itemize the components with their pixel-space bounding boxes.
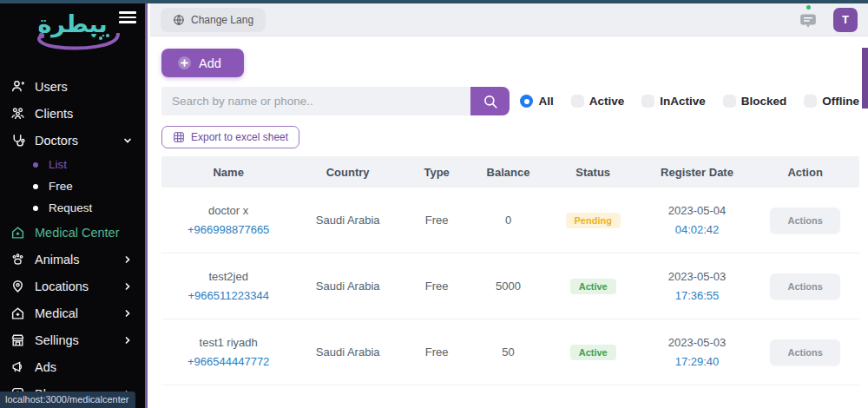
sidebar-item-label: Locations	[35, 280, 89, 293]
filter-offline[interactable]: Offline	[804, 95, 859, 108]
status-cell: Pending	[543, 213, 643, 228]
sidebar-subitem-label: List	[49, 158, 67, 171]
bullet-icon	[33, 162, 38, 168]
sidebar-item-ads[interactable]: Ads	[0, 353, 145, 380]
users-icon	[10, 79, 25, 94]
change-lang-label: Change Lang	[191, 14, 253, 26]
medical-icon	[10, 306, 25, 320]
sidebar: بيطرة Users Clients Doctors	[0, 0, 148, 408]
radio-unchecked-icon	[804, 95, 817, 108]
status-cell: Active	[543, 345, 643, 360]
bullet-icon	[33, 206, 38, 211]
status-filters: All Active InActive Blocked Offline	[520, 95, 859, 108]
filter-all[interactable]: All	[520, 95, 553, 108]
doctor-name: test1 riyadh	[161, 333, 295, 352]
bullet-icon	[33, 184, 38, 189]
sidebar-item-label: Ads	[35, 360, 56, 374]
doctor-name-cell: doctor x +966998877665	[161, 201, 295, 240]
table-row: test1 riyadh +966544447772 Saudi Arabia …	[161, 319, 859, 385]
online-dot	[806, 5, 811, 10]
header-right: T	[799, 8, 858, 32]
sidebar-item-locations[interactable]: Locations	[0, 273, 145, 299]
sidebar-item-label: Clients	[35, 107, 73, 121]
sidebar-subitem-request[interactable]: Request	[0, 197, 145, 219]
animals-icon	[10, 252, 25, 267]
app-logo: بيطرة	[0, 7, 145, 61]
search-button[interactable]	[470, 87, 510, 115]
type-cell: Free	[400, 214, 473, 227]
status-badge: Active	[570, 345, 616, 360]
change-lang-button[interactable]: Change Lang	[161, 8, 266, 32]
filter-label: Offline	[822, 95, 859, 108]
sidebar-subitem-label: Free	[49, 180, 73, 193]
add-button[interactable]: Add	[161, 49, 244, 77]
locations-icon	[10, 279, 25, 293]
doctor-phone[interactable]: +966511223344	[161, 286, 295, 306]
sidebar-item-users[interactable]: Users	[0, 73, 145, 100]
register-date: 2023-05-03	[643, 267, 752, 286]
medical-center-icon	[10, 225, 25, 240]
filter-inactive[interactable]: InActive	[641, 95, 706, 108]
country-cell: Saudi Arabia	[295, 345, 400, 359]
filter-blocked[interactable]: Blocked	[723, 95, 787, 108]
register-time: 17:36:55	[643, 286, 752, 306]
plus-circle-icon	[177, 56, 192, 70]
actions-button[interactable]: Actions	[770, 339, 839, 365]
scrollbar-thumb[interactable]	[862, 48, 868, 109]
action-cell: Actions	[751, 339, 859, 365]
doctor-phone[interactable]: +966998877665	[161, 220, 295, 240]
sidebar-subitem-list[interactable]: List	[0, 154, 145, 175]
sidebar-item-medical-center[interactable]: Medical Center	[0, 219, 145, 246]
window-top-edge	[0, 0, 868, 3]
radio-checked-icon	[520, 95, 533, 108]
radio-unchecked-icon	[641, 95, 654, 108]
sidebar-subitem-free[interactable]: Free	[0, 175, 145, 197]
sidebar-item-label: Medical	[35, 306, 78, 320]
top-header-bar: Change Lang T	[150, 3, 868, 36]
stethoscope-swirl-icon	[21, 33, 125, 56]
sidebar-item-label: Sellings	[35, 333, 79, 347]
doctor-name-cell: test2jed +966511223344	[161, 267, 295, 306]
balance-cell: 50	[473, 345, 542, 359]
search-input[interactable]	[161, 87, 470, 115]
doctor-phone[interactable]: +966544447772	[161, 352, 295, 372]
sidebar-item-label: Doctors	[35, 134, 78, 148]
chevron-right-icon	[122, 281, 133, 292]
search-row: All Active InActive Blocked Offline	[161, 87, 859, 115]
doctors-icon	[10, 133, 25, 148]
actions-button[interactable]: Actions	[770, 207, 839, 234]
sidebar-item-clients[interactable]: Clients	[0, 100, 145, 127]
filter-label: Blocked	[741, 95, 787, 108]
col-header-country: Country	[295, 166, 400, 179]
type-cell: Free	[400, 280, 473, 293]
sidebar-item-medical[interactable]: Medical	[0, 299, 145, 326]
sidebar-item-label: Users	[35, 80, 68, 94]
status-badge: Active	[570, 279, 616, 294]
doctor-name: doctor x	[161, 201, 295, 220]
main-area: Change Lang T Add All	[150, 3, 868, 408]
table-row: doctor x +966998877665 Saudi Arabia Free…	[161, 188, 859, 253]
sidebar-item-sellings[interactable]: Sellings	[0, 326, 145, 353]
filter-active[interactable]: Active	[571, 95, 625, 108]
clients-icon	[10, 106, 25, 121]
doctor-name: test2jed	[161, 267, 295, 286]
balance-cell: 0	[473, 214, 542, 227]
content: Add All Active InActive	[150, 36, 868, 408]
radio-unchecked-icon	[723, 95, 736, 108]
sidebar-item-label: Medical Center	[35, 226, 120, 240]
register-date-cell: 2023-05-03 17:29:40	[643, 333, 752, 372]
sidebar-item-doctors[interactable]: Doctors	[0, 127, 145, 154]
col-header-register-date: Register Date	[643, 166, 752, 179]
register-date: 2023-05-03	[643, 333, 752, 352]
col-header-name: Name	[161, 166, 295, 179]
ads-icon	[10, 359, 25, 374]
avatar[interactable]: T	[833, 8, 858, 32]
actions-button[interactable]: Actions	[770, 273, 839, 299]
export-excel-button[interactable]: Export to excel sheet	[161, 126, 299, 148]
chat-icon[interactable]	[799, 10, 818, 30]
sidebar-item-animals[interactable]: Animals	[0, 246, 145, 273]
country-cell: Saudi Arabia	[295, 280, 400, 293]
chevron-right-icon	[122, 308, 133, 319]
doctor-name-cell: test1 riyadh +966544447772	[161, 333, 295, 372]
browser-status-url: localhost:3000/medicalcenter	[0, 392, 135, 408]
